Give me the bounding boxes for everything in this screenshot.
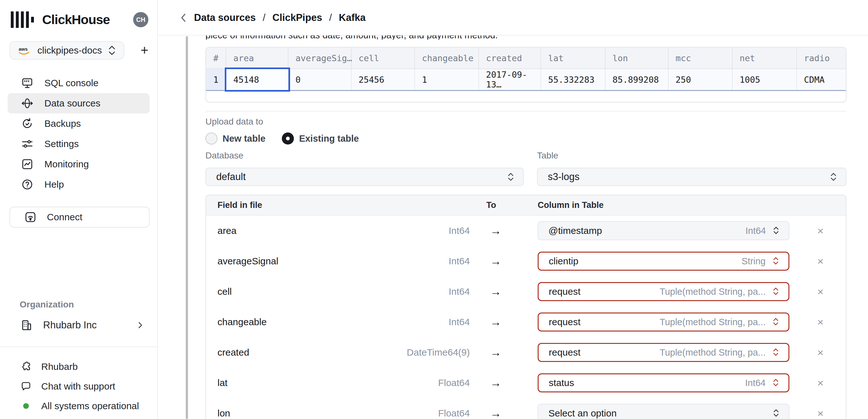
data-preview-table: # area averageSig… cell changeable creat… bbox=[206, 47, 846, 102]
table-cell[interactable]: 55.332283 bbox=[541, 69, 606, 90]
column-select-type: String bbox=[742, 256, 766, 266]
field-type: Int64 bbox=[333, 277, 470, 307]
back-button[interactable] bbox=[178, 11, 189, 25]
existing-table-label[interactable]: Existing table bbox=[299, 133, 359, 144]
user-avatar[interactable]: CH bbox=[133, 12, 148, 27]
mapping-row: lon Float64 → Select an option × bbox=[206, 398, 846, 419]
column-select-value: request bbox=[549, 286, 660, 297]
table-cell[interactable]: 25456 bbox=[351, 69, 415, 90]
remove-mapping-button[interactable]: × bbox=[811, 246, 830, 277]
organization-selector[interactable]: Rhubarb Inc bbox=[9, 315, 145, 335]
selected-cell[interactable]: 45148 bbox=[226, 69, 288, 90]
chevron-right-icon bbox=[136, 321, 145, 330]
field-name: cell bbox=[217, 277, 232, 307]
status-dot-icon bbox=[20, 400, 32, 412]
help-icon bbox=[21, 178, 34, 191]
column-header: changeable bbox=[415, 47, 479, 68]
connect-icon bbox=[24, 211, 37, 223]
arrow-icon: → bbox=[483, 307, 508, 337]
column-select-placeholder[interactable]: Select an option bbox=[538, 404, 789, 419]
remove-mapping-button[interactable]: × bbox=[811, 398, 830, 419]
table-cell[interactable]: 0 bbox=[288, 69, 351, 90]
puzzle-icon bbox=[20, 361, 32, 373]
column-header: averageSig… bbox=[288, 47, 351, 68]
sidebar-item-sql-console[interactable]: SQL console bbox=[8, 73, 150, 93]
sidebar-item-label: Settings bbox=[44, 138, 79, 149]
sidebar-item-label: Help bbox=[44, 179, 64, 190]
existing-table-radio[interactable] bbox=[282, 132, 294, 144]
field-in-file-header: Field in file bbox=[217, 195, 262, 215]
column-select-error[interactable]: request Tuple(method String, pa... bbox=[538, 313, 789, 331]
arrow-icon: → bbox=[483, 337, 508, 368]
field-name: area bbox=[217, 216, 237, 246]
connect-label: Connect bbox=[47, 212, 83, 223]
sidebar-item-label: Backups bbox=[44, 118, 81, 129]
brand-row: ClickHouse CH bbox=[11, 11, 148, 28]
arrow-icon: → bbox=[483, 398, 508, 419]
sidebar-item-settings[interactable]: Settings bbox=[8, 134, 150, 154]
chevron-updown-icon bbox=[772, 408, 780, 419]
column-select-value: clientip bbox=[549, 256, 742, 266]
remove-mapping-button[interactable]: × bbox=[811, 307, 830, 337]
organization-section-label: Organization bbox=[20, 299, 74, 310]
mapping-row: averageSignal Int64 → clientip String × bbox=[206, 246, 846, 277]
column-select[interactable]: @timestamp Int64 bbox=[538, 221, 789, 240]
sidebar-item-data-sources[interactable]: Data sources bbox=[8, 93, 150, 114]
field-type: Int64 bbox=[333, 216, 470, 246]
column-select-error[interactable]: request Tuple(method String, pa... bbox=[538, 343, 789, 362]
column-select-error[interactable]: request Tuple(method String, pa... bbox=[538, 282, 789, 301]
new-table-label[interactable]: New table bbox=[222, 133, 265, 144]
aws-icon: aws bbox=[18, 45, 30, 56]
sidebar-item-label: Monitoring bbox=[44, 159, 89, 169]
database-select[interactable]: default bbox=[206, 168, 524, 186]
table-select[interactable]: s3-logs bbox=[537, 168, 846, 186]
clickhouse-cloud-app: ClickHouse CH aws clickpipes-docs + bbox=[0, 0, 868, 419]
sidebar-item-rhubarb[interactable]: Rhubarb bbox=[13, 359, 151, 374]
breadcrumb-data-sources[interactable]: Data sources bbox=[194, 12, 256, 24]
table-cell[interactable]: 1005 bbox=[733, 69, 797, 90]
field-type: Int64 bbox=[333, 246, 470, 277]
table-cell[interactable]: CDMA bbox=[797, 69, 846, 90]
chevron-updown-icon bbox=[772, 286, 780, 297]
breadcrumb-clickpipes[interactable]: ClickPipes bbox=[272, 12, 322, 24]
chevron-updown-icon bbox=[772, 317, 780, 327]
add-service-button[interactable]: + bbox=[141, 44, 148, 57]
new-table-radio[interactable] bbox=[206, 132, 217, 144]
table-cell[interactable]: 250 bbox=[669, 69, 733, 90]
mapping-row: lat Float64 → status Int64 × bbox=[206, 368, 846, 398]
chevron-updown-icon bbox=[772, 378, 780, 388]
mapping-header-row: Field in file To Column in Table bbox=[206, 195, 846, 216]
remove-mapping-button[interactable]: × bbox=[811, 368, 830, 398]
brand-name: ClickHouse bbox=[42, 12, 110, 27]
column-select-value: @timestamp bbox=[549, 225, 746, 236]
arrow-icon: → bbox=[483, 368, 508, 398]
remove-mapping-button[interactable]: × bbox=[811, 337, 830, 368]
service-selector[interactable]: aws clickpipes-docs bbox=[9, 41, 124, 60]
sidebar-divider bbox=[0, 347, 157, 347]
remove-mapping-button[interactable]: × bbox=[811, 277, 830, 307]
connect-button[interactable]: Connect bbox=[9, 207, 150, 228]
chevron-updown-icon bbox=[772, 256, 780, 266]
sql-console-icon bbox=[21, 77, 34, 89]
remove-mapping-button[interactable]: × bbox=[811, 216, 830, 246]
table-cell[interactable]: 1 bbox=[415, 69, 479, 90]
database-select-value: default bbox=[216, 171, 506, 183]
system-status-row[interactable]: All systems operational bbox=[13, 398, 151, 414]
chat-bubble-icon bbox=[20, 381, 32, 392]
sidebar-item-backups[interactable]: Backups bbox=[8, 114, 150, 134]
intro-text-clipped: piece of information such as date, amoun… bbox=[206, 35, 713, 40]
column-select-value: Select an option bbox=[549, 408, 772, 419]
sidebar-item-help[interactable]: Help bbox=[8, 174, 150, 195]
table-cell[interactable]: 85.899208 bbox=[606, 69, 669, 90]
column-select-error[interactable]: clientip String bbox=[538, 252, 789, 271]
clickhouse-logo-icon bbox=[11, 11, 34, 28]
vertical-scrollbar[interactable] bbox=[186, 36, 188, 419]
chevron-updown-icon bbox=[772, 347, 780, 358]
sidebar-item-chat-support[interactable]: Chat with support bbox=[13, 379, 151, 394]
column-select-error[interactable]: status Int64 bbox=[538, 373, 789, 392]
column-select-type: Tuple(method String, pa... bbox=[660, 317, 766, 327]
chevron-updown-icon bbox=[108, 45, 116, 56]
table-cell[interactable]: 2017-09-13… bbox=[479, 69, 541, 90]
column-in-table-header: Column in Table bbox=[538, 195, 603, 215]
sidebar-item-monitoring[interactable]: Monitoring bbox=[8, 154, 150, 174]
